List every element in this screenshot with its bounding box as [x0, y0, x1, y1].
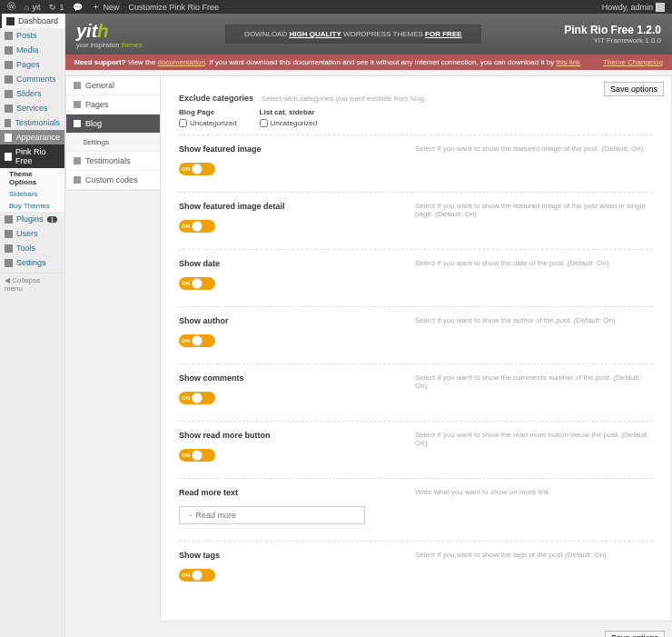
menu-dashboard[interactable]: Dashboard: [0, 14, 64, 28]
toggle-title: Show featured image detail: [179, 202, 415, 211]
read-more-input[interactable]: [179, 506, 365, 524]
toggle-section: Show dateONSelect if you want to show th…: [179, 250, 653, 307]
comments-link[interactable]: 💬: [73, 3, 83, 12]
read-more-text-section: Read more text Write what you want to sh…: [179, 479, 653, 542]
promo-box[interactable]: DOWNLOAD HIGH QUALITY WORDPRESS THEMES F…: [225, 25, 480, 44]
pages-tab-icon: [74, 101, 81, 108]
save-button-top[interactable]: Save options: [604, 82, 664, 96]
menu-users[interactable]: Users: [0, 226, 64, 241]
footer-save-row: Save options: [65, 631, 672, 637]
toggle-desc: Select if you want to show the featured …: [415, 144, 653, 175]
tab-testimonials[interactable]: Testimonials: [66, 152, 160, 171]
sliders-icon: [5, 90, 13, 98]
plugins-icon: [5, 215, 13, 224]
tab-blog-settings[interactable]: Settings: [66, 134, 160, 152]
dashboard-icon: [6, 17, 15, 25]
toggle-switch[interactable]: ON: [179, 220, 215, 233]
pages-icon: [5, 61, 13, 69]
blog-uncat-checkbox[interactable]: Uncategorized: [179, 119, 237, 127]
save-button-bottom[interactable]: Save options: [605, 631, 665, 637]
menu-testimonials[interactable]: Testimonials: [0, 115, 64, 130]
wp-logo-icon[interactable]: ⓦ: [7, 1, 15, 13]
new-link[interactable]: ＋ New: [92, 1, 119, 13]
tab-pages[interactable]: Pages: [66, 95, 160, 114]
tab-custom-codes[interactable]: Custom codes: [66, 171, 160, 190]
toggle-section: Show authorONSelect if you want to show …: [179, 307, 653, 364]
toggle-desc: Select if you want to show the read more…: [415, 431, 653, 462]
toggle-title: Show read more button: [179, 431, 415, 440]
download-link[interactable]: this link: [556, 58, 580, 66]
toggle-switch[interactable]: ON: [179, 334, 215, 347]
list-cat-heading: List cat. sidebar: [260, 108, 318, 116]
collapse-menu[interactable]: ◀ Collapse menu: [0, 273, 64, 295]
settings-panel: Save options Exclude categories Select w…: [160, 75, 672, 622]
show-tags-section: Show tags ON Select if you want to show …: [179, 542, 653, 598]
toggle-switch[interactable]: ON: [179, 392, 215, 404]
list-uncat-checkbox[interactable]: Uncategorized: [260, 119, 318, 127]
panel-nav: General Pages Blog Settings Testimonials…: [65, 75, 161, 191]
toggle-switch[interactable]: ON: [179, 277, 215, 290]
blog-page-heading: Blog Page: [179, 108, 237, 116]
toggle-desc: Select if you want to show the featured …: [415, 202, 653, 233]
tab-blog[interactable]: Blog: [66, 114, 160, 134]
media-icon: [5, 46, 13, 55]
menu-services[interactable]: Services: [0, 101, 64, 115]
menu-pink-rio[interactable]: Pink Rio Free: [0, 144, 64, 168]
comments-icon: [5, 75, 13, 84]
toggle-title: Show featured image: [179, 144, 415, 154]
show-tags-title: Show tags: [179, 551, 415, 560]
theme-banner: yith your inspiration themes DOWNLOAD HI…: [65, 14, 672, 55]
avatar: [656, 3, 665, 12]
code-icon: [74, 176, 81, 184]
toggle-desc: Select if you want to show the date of t…: [415, 259, 653, 290]
menu-settings[interactable]: Settings: [0, 255, 64, 270]
menu-pages[interactable]: Pages: [0, 57, 64, 72]
exclude-categories-section: Exclude categories Select wich categorie…: [179, 85, 653, 135]
refresh-link[interactable]: ↻ 1: [49, 3, 64, 12]
services-icon: [5, 105, 13, 113]
sub-theme-options[interactable]: Theme Options: [0, 168, 64, 188]
toggle-section: Show featured imageONSelect if you want …: [179, 135, 653, 193]
read-more-desc: Write what you want to show on more link: [415, 488, 653, 524]
toggle-section: Show read more buttonONSelect if you wan…: [179, 422, 653, 479]
version-info: Pink Rio Free 1.2.0 YIT Framework 1.0.0: [564, 24, 661, 45]
admin-sidebar: Dashboard Posts Media Pages Comments Sli…: [0, 14, 65, 637]
toggle-desc: Select if you want to show the comments …: [415, 373, 653, 404]
testimonials-icon: [5, 119, 11, 127]
posts-icon: [5, 32, 13, 40]
changelog-link[interactable]: Theme Changelog: [603, 58, 663, 66]
menu-appearance[interactable]: Appearance: [0, 130, 64, 144]
menu-plugins[interactable]: Plugins 1: [0, 212, 64, 226]
sub-buy-themes[interactable]: Buy Themes: [0, 200, 64, 212]
tab-general[interactable]: General: [66, 76, 160, 95]
show-tags-toggle[interactable]: ON: [179, 569, 215, 582]
toggle-switch[interactable]: ON: [179, 163, 215, 175]
tools-icon: [5, 244, 13, 253]
customize-link[interactable]: Customize Pink Rio Free: [128, 3, 219, 12]
howdy-user[interactable]: Howdy, admin: [602, 3, 665, 12]
menu-tools[interactable]: Tools: [0, 241, 64, 255]
admin-bar: ⓦ ⌂yit ↻ 1 💬 ＋ New Customize Pink Rio Fr…: [0, 0, 672, 14]
toggle-switch[interactable]: ON: [179, 449, 215, 462]
yith-logo: yith your inspiration themes: [76, 21, 142, 48]
menu-sliders[interactable]: Sliders: [0, 86, 64, 101]
toggle-title: Show author: [179, 316, 415, 325]
show-tags-desc: Select if you want to show the tags of t…: [415, 551, 653, 582]
menu-comments[interactable]: Comments: [0, 72, 64, 86]
sub-sidebars[interactable]: Sidebars: [0, 188, 64, 200]
toggle-desc: Select if you want to show the author of…: [415, 316, 653, 347]
appearance-icon: [5, 134, 12, 142]
menu-posts[interactable]: Posts: [0, 28, 64, 43]
documentation-link[interactable]: documentation: [157, 58, 204, 66]
testimonials-tab-icon: [74, 157, 81, 164]
general-icon: [74, 82, 81, 89]
menu-media[interactable]: Media: [0, 43, 64, 57]
pink-rio-icon: [5, 153, 12, 161]
submenu-pink-rio: Theme Options Sidebars Buy Themes: [0, 168, 64, 212]
toggle-section: Show featured image detailONSelect if yo…: [179, 193, 653, 250]
site-name[interactable]: ⌂yit: [25, 3, 40, 12]
toggle-title: Show date: [179, 259, 415, 268]
exclude-title: Exclude categories: [179, 94, 253, 103]
toggle-title: Show comments: [179, 373, 415, 383]
plugins-badge: 1: [47, 216, 58, 223]
